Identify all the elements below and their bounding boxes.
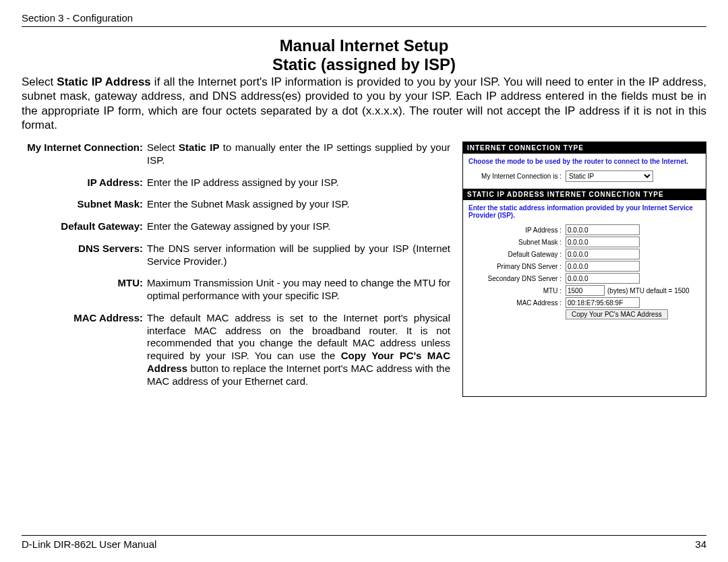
internet-connection-select[interactable]: Static IP bbox=[566, 170, 653, 182]
mac-address-row: MAC Address : bbox=[468, 297, 700, 308]
def-subnet-mask: Subnet Mask: Enter the Subnet Mask assig… bbox=[22, 198, 450, 211]
panel-section1-body: Choose the mode to be used by the router… bbox=[463, 154, 706, 189]
default-gateway-input[interactable] bbox=[566, 249, 640, 259]
def-label: IP Address: bbox=[22, 177, 147, 189]
def-mac-address: MAC Address: The default MAC address is … bbox=[22, 312, 450, 388]
copy-mac-row: Copy Your PC's MAC Address bbox=[566, 309, 700, 319]
def-label: MAC Address: bbox=[22, 312, 147, 388]
section-header: Section 3 - Configuration bbox=[22, 12, 706, 27]
subnet-mask-input[interactable] bbox=[566, 237, 640, 247]
definition-list: My Internet Connection: Select Static IP… bbox=[22, 142, 450, 397]
def-bold: Static IP bbox=[179, 142, 219, 153]
footer-page-number: 34 bbox=[695, 538, 706, 550]
router-config-panel: INTERNET CONNECTION TYPE Choose the mode… bbox=[462, 142, 706, 397]
def-body: Enter the Gateway assigned by your ISP. bbox=[147, 220, 450, 233]
panel-section2-header: STATIC IP ADDRESS INTERNET CONNECTION TY… bbox=[463, 189, 706, 200]
title-line1: Manual Internet Setup bbox=[280, 36, 449, 55]
page-title: Manual Internet Setup Static (assigned b… bbox=[22, 36, 706, 73]
subnet-mask-row: Subnet Mask : bbox=[468, 237, 700, 247]
panel-section1-hint: Choose the mode to be used by the router… bbox=[468, 158, 700, 165]
mtu-row: MTU : (bytes) MTU default = 1500 bbox=[468, 285, 700, 296]
def-default-gateway: Default Gateway: Enter the Gateway assig… bbox=[22, 220, 450, 233]
def-label: My Internet Connection: bbox=[22, 142, 147, 167]
panel-section2-body: Enter the static address information pro… bbox=[463, 200, 706, 325]
def-label: DNS Servers: bbox=[22, 243, 147, 268]
intro-paragraph: Select Static IP Address if all the Inte… bbox=[22, 75, 706, 132]
panel-section1-header: INTERNET CONNECTION TYPE bbox=[463, 142, 706, 154]
def-dns-servers: DNS Servers: The DNS server information … bbox=[22, 243, 450, 268]
primary-dns-row: Primary DNS Server : bbox=[468, 261, 700, 272]
internet-connection-row: My Internet Connection is : Static IP bbox=[468, 170, 700, 182]
footer-left: D-Link DIR-862L User Manual bbox=[22, 538, 156, 550]
mac-address-input[interactable] bbox=[566, 297, 640, 308]
secondary-dns-input[interactable] bbox=[566, 273, 640, 284]
primary-dns-input[interactable] bbox=[566, 261, 640, 272]
copy-mac-button[interactable]: Copy Your PC's MAC Address bbox=[566, 309, 668, 319]
def-body: The DNS server information will be suppl… bbox=[147, 243, 450, 268]
def-body: The default MAC address is set to the In… bbox=[147, 312, 450, 388]
intro-bold: Static IP Address bbox=[57, 75, 151, 88]
primary-dns-label: Primary DNS Server : bbox=[468, 263, 566, 270]
def-body: Select Static IP to manually enter the I… bbox=[147, 142, 450, 167]
ip-address-input[interactable] bbox=[566, 224, 640, 235]
ip-address-row: IP Address : bbox=[468, 224, 700, 235]
def-body: Enter the Subnet Mask assigned by your I… bbox=[147, 198, 450, 211]
def-mtu: MTU: Maximum Transmission Unit - you may… bbox=[22, 277, 450, 303]
def-pre: Select bbox=[147, 142, 179, 153]
def-body: Enter the IP address assigned by your IS… bbox=[147, 177, 450, 189]
def-my-internet-connection: My Internet Connection: Select Static IP… bbox=[22, 142, 450, 167]
intro-pre: Select bbox=[22, 75, 57, 88]
def-label: Subnet Mask: bbox=[22, 198, 147, 211]
title-line2: Static (assigned by ISP) bbox=[272, 55, 456, 73]
secondary-dns-row: Secondary DNS Server : bbox=[468, 273, 700, 284]
panel-section2-hint: Enter the static address information pro… bbox=[468, 204, 700, 219]
internet-connection-label: My Internet Connection is : bbox=[468, 173, 566, 180]
default-gateway-label: Default Gateway : bbox=[468, 251, 566, 258]
def-ip-address: IP Address: Enter the IP address assigne… bbox=[22, 177, 450, 189]
page-footer: D-Link DIR-862L User Manual 34 bbox=[22, 535, 706, 550]
ip-address-label: IP Address : bbox=[468, 226, 566, 234]
mtu-hint: (bytes) MTU default = 1500 bbox=[607, 287, 689, 294]
secondary-dns-label: Secondary DNS Server : bbox=[468, 275, 566, 282]
mtu-input[interactable] bbox=[566, 285, 605, 296]
def-label: Default Gateway: bbox=[22, 220, 147, 233]
def-label: MTU: bbox=[22, 277, 147, 303]
def-body: Maximum Transmission Unit - you may need… bbox=[147, 277, 450, 303]
mtu-label: MTU : bbox=[468, 287, 566, 294]
default-gateway-row: Default Gateway : bbox=[468, 249, 700, 259]
mac-address-label: MAC Address : bbox=[468, 299, 566, 307]
def-post: button to replace the Internet port's MA… bbox=[147, 363, 450, 387]
subnet-mask-label: Subnet Mask : bbox=[468, 239, 566, 246]
